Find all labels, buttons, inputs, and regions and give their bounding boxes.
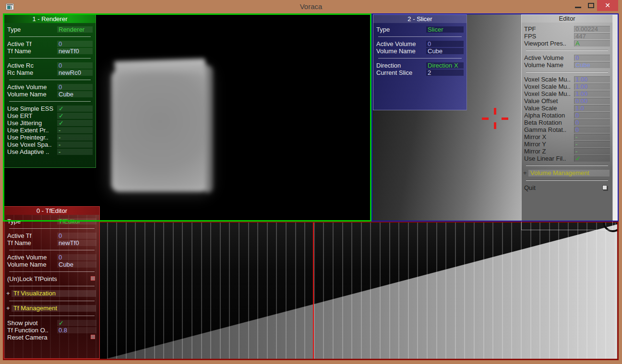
- group-label[interactable]: Tf Management: [12, 305, 96, 312]
- property-value[interactable]: newRc0: [57, 70, 93, 76]
- checkmark-icon[interactable]: ✓: [574, 155, 610, 162]
- property-label: Volume Name: [7, 91, 47, 98]
- property-row: Active Volume0: [521, 54, 613, 61]
- renderer-panel: 1 - Renderer TypeRenderer Active Tf0 Tf …: [4, 14, 96, 168]
- property-value[interactable]: 0.8: [57, 327, 96, 333]
- panel-title[interactable]: Editor: [521, 14, 613, 23]
- property-value[interactable]: 1.00: [574, 76, 610, 82]
- property-label: Volume Name: [7, 261, 47, 268]
- property-value[interactable]: 0: [57, 41, 93, 47]
- tf-visualization-group[interactable]: + Tf Visualization: [4, 290, 99, 297]
- property-row: Active Volume0: [373, 40, 466, 47]
- property-value[interactable]: Cube: [426, 48, 464, 54]
- volume-management-group[interactable]: + Volume Management: [521, 169, 613, 177]
- titlebar[interactable]: Voraca ✕: [0, 0, 622, 13]
- maximize-button[interactable]: [585, 0, 597, 11]
- crosshair-icon: [502, 117, 508, 120]
- quit-button[interactable]: [602, 185, 607, 190]
- property-value[interactable]: 0: [426, 41, 464, 47]
- checkmark-icon[interactable]: ✓: [57, 106, 93, 112]
- group-label[interactable]: Volume Management: [528, 170, 610, 176]
- property-row: Active Volume0: [4, 83, 96, 91]
- property-row: Value Scale1.0: [521, 105, 613, 112]
- property-value[interactable]: 0: [57, 62, 93, 69]
- property-value[interactable]: 0: [574, 112, 610, 118]
- property-label: Tf Function O..: [7, 327, 48, 334]
- reset-camera-checkbox[interactable]: [91, 335, 95, 339]
- separator: [378, 36, 462, 37]
- checkmark-icon[interactable]: ✓: [57, 120, 93, 126]
- property-value[interactable]: 0: [57, 233, 96, 239]
- property-label: Value Scale: [524, 105, 557, 112]
- checkmark-icon[interactable]: ✓: [57, 113, 93, 119]
- property-label: Show pivot: [7, 319, 38, 327]
- property-row: FPS447: [521, 33, 613, 40]
- window-title: Voraca: [0, 2, 622, 11]
- separator: [9, 250, 95, 250]
- dash-icon[interactable]: -: [574, 134, 610, 140]
- property-label: Use Simple ESS: [7, 105, 53, 112]
- property-value[interactable]: Renderer: [57, 26, 93, 33]
- panel-title[interactable]: 0 - TfEditor: [4, 207, 99, 215]
- property-value[interactable]: 0: [57, 84, 93, 90]
- separator: [9, 271, 95, 272]
- dash-icon[interactable]: -: [574, 141, 610, 147]
- quit-row: Quit: [521, 184, 613, 191]
- property-row: Value Offset0.00: [521, 97, 613, 105]
- property-value[interactable]: newTf0: [57, 48, 93, 54]
- dash-icon[interactable]: -: [574, 148, 610, 154]
- property-value[interactable]: Slicer: [426, 26, 464, 33]
- property-value[interactable]: Cube: [57, 261, 96, 268]
- expand-icon[interactable]: +: [523, 169, 527, 177]
- close-button[interactable]: ✕: [597, 0, 618, 11]
- property-value[interactable]: Direction X: [426, 62, 464, 69]
- panel-title[interactable]: 1 - Renderer: [4, 15, 96, 23]
- dash-icon[interactable]: -: [57, 127, 93, 133]
- property-label: Active Rc: [7, 62, 34, 69]
- property-value[interactable]: 0.00: [574, 98, 610, 104]
- tf-current-value-line[interactable]: [313, 221, 314, 360]
- minimize-button[interactable]: [572, 0, 585, 11]
- property-value[interactable]: 0: [574, 55, 610, 61]
- property-row: Current Slice2: [373, 69, 466, 76]
- property-value[interactable]: 2: [426, 70, 464, 76]
- property-label: Viewport Pres..: [524, 40, 566, 47]
- panel-title[interactable]: 2 - Slicer: [373, 15, 466, 23]
- property-value[interactable]: 0: [574, 127, 610, 133]
- property-value[interactable]: TfEditor: [57, 218, 96, 224]
- expand-icon[interactable]: +: [6, 305, 10, 312]
- property-label: Use Preintegr..: [7, 134, 48, 141]
- property-value[interactable]: newTf0: [57, 240, 96, 246]
- property-label: Active Tf: [7, 232, 31, 239]
- property-row: TypeRenderer: [4, 26, 96, 33]
- property-label: Mirror Z: [524, 148, 546, 155]
- toggle-row: Use Jittering✓: [4, 119, 96, 127]
- checkmark-icon[interactable]: ✓: [57, 320, 96, 326]
- property-value[interactable]: 1.00: [574, 83, 610, 90]
- toggle-row: Use ERT✓: [4, 112, 96, 119]
- minimize-icon: [575, 7, 581, 8]
- property-label: Gamma Rotat..: [524, 126, 566, 133]
- lock-tfpoints-checkbox[interactable]: [91, 276, 95, 281]
- property-value[interactable]: Cube: [57, 91, 93, 97]
- dash-icon[interactable]: -: [57, 149, 93, 155]
- toggle-row: Use Linear Fil..✓: [521, 155, 613, 162]
- dash-icon[interactable]: -: [57, 134, 93, 141]
- property-value[interactable]: 0: [57, 254, 96, 260]
- group-label[interactable]: Tf Visualization: [12, 290, 96, 297]
- cube-right-face: [205, 65, 213, 193]
- tf-management-group[interactable]: + Tf Management: [4, 305, 99, 312]
- property-value[interactable]: 1.00: [574, 91, 610, 97]
- property-label: Voxel Scale Mu..: [524, 90, 571, 97]
- property-label: Volume Name: [376, 47, 416, 55]
- toggle-row: Use Extent Pr..-: [4, 127, 96, 134]
- property-label: Volume Name: [524, 61, 563, 69]
- property-value[interactable]: A: [574, 40, 610, 47]
- cube-front-face: [111, 70, 208, 192]
- toggle-row: Use Voxel Spa..-: [4, 141, 96, 148]
- property-value[interactable]: 1.0: [574, 105, 610, 111]
- property-value[interactable]: Cube: [574, 62, 610, 68]
- dash-icon[interactable]: -: [57, 141, 93, 148]
- expand-icon[interactable]: +: [6, 290, 10, 297]
- property-value[interactable]: 0: [574, 119, 610, 126]
